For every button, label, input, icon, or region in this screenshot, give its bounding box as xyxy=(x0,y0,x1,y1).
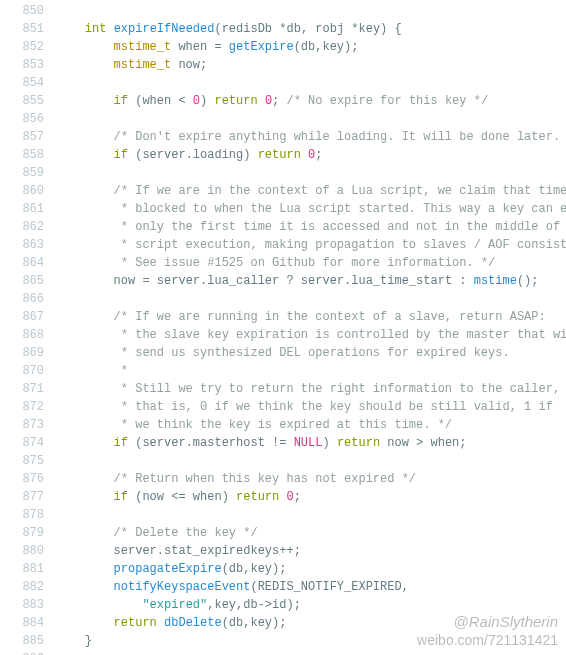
line-source: * we think the key is expired at this ti… xyxy=(56,416,566,434)
line-number: 851 xyxy=(0,20,56,38)
line-number: 863 xyxy=(0,236,56,254)
line-number: 880 xyxy=(0,542,56,560)
code-line: 884 return dbDelete(db,key); xyxy=(0,614,566,632)
code-line: 882 notifyKeyspaceEvent(REDIS_NOTIFY_EXP… xyxy=(0,578,566,596)
line-source: server.stat_expiredkeys++; xyxy=(56,542,566,560)
code-line: 856 xyxy=(0,110,566,128)
line-number: 877 xyxy=(0,488,56,506)
code-line: 870 * xyxy=(0,362,566,380)
line-number: 850 xyxy=(0,2,56,20)
line-number: 865 xyxy=(0,272,56,290)
code-line: 859 xyxy=(0,164,566,182)
code-line: 867 /* If we are running in the context … xyxy=(0,308,566,326)
line-number: 868 xyxy=(0,326,56,344)
code-line: 872 * that is, 0 if we think the key sho… xyxy=(0,398,566,416)
code-line: 883 "expired",key,db->id); xyxy=(0,596,566,614)
line-number: 870 xyxy=(0,362,56,380)
line-source xyxy=(56,290,566,308)
line-source: return dbDelete(db,key); xyxy=(56,614,566,632)
code-line: 879 /* Delete the key */ xyxy=(0,524,566,542)
line-number: 881 xyxy=(0,560,56,578)
line-source xyxy=(56,110,566,128)
line-source: * Still we try to return the right infor… xyxy=(56,380,566,398)
line-number: 872 xyxy=(0,398,56,416)
line-number: 855 xyxy=(0,92,56,110)
line-source: if (when < 0) return 0; /* No expire for… xyxy=(56,92,566,110)
line-number: 879 xyxy=(0,524,56,542)
code-line: 851 int expireIfNeeded(redisDb *db, robj… xyxy=(0,20,566,38)
line-number: 853 xyxy=(0,56,56,74)
line-source: mstime_t now; xyxy=(56,56,566,74)
line-number: 883 xyxy=(0,596,56,614)
line-source: * xyxy=(56,362,566,380)
line-source: propagateExpire(db,key); xyxy=(56,560,566,578)
line-number: 860 xyxy=(0,182,56,200)
line-number: 884 xyxy=(0,614,56,632)
line-source: /* Don't expire anything while loading. … xyxy=(56,128,566,146)
code-line: 874 if (server.masterhost != NULL) retur… xyxy=(0,434,566,452)
code-line: 857 /* Don't expire anything while loadi… xyxy=(0,128,566,146)
line-number: 856 xyxy=(0,110,56,128)
code-line: 881 propagateExpire(db,key); xyxy=(0,560,566,578)
line-source: * the slave key expiration is controlled… xyxy=(56,326,566,344)
line-number: 858 xyxy=(0,146,56,164)
line-source: if (server.loading) return 0; xyxy=(56,146,566,164)
line-source: * that is, 0 if we think the key should … xyxy=(56,398,566,416)
line-number: 886 xyxy=(0,650,56,655)
line-source xyxy=(56,506,566,524)
code-line: 880 server.stat_expiredkeys++; xyxy=(0,542,566,560)
line-number: 873 xyxy=(0,416,56,434)
code-line: 863 * script execution, making propagati… xyxy=(0,236,566,254)
code-line: 853 mstime_t now; xyxy=(0,56,566,74)
code-line: 876 /* Return when this key has not expi… xyxy=(0,470,566,488)
code-line: 866 xyxy=(0,290,566,308)
line-source xyxy=(56,2,566,20)
line-source: if (server.masterhost != NULL) return no… xyxy=(56,434,566,452)
code-line: 861 * blocked to when the Lua script sta… xyxy=(0,200,566,218)
line-number: 882 xyxy=(0,578,56,596)
line-source: if (now <= when) return 0; xyxy=(56,488,566,506)
line-source: /* If we are running in the context of a… xyxy=(56,308,566,326)
line-number: 862 xyxy=(0,218,56,236)
code-line: 868 * the slave key expiration is contro… xyxy=(0,326,566,344)
line-source xyxy=(56,74,566,92)
line-source: int expireIfNeeded(redisDb *db, robj *ke… xyxy=(56,20,566,38)
code-line: 878 xyxy=(0,506,566,524)
line-source xyxy=(56,452,566,470)
code-line: 877 if (now <= when) return 0; xyxy=(0,488,566,506)
line-number: 871 xyxy=(0,380,56,398)
line-number: 878 xyxy=(0,506,56,524)
line-number: 857 xyxy=(0,128,56,146)
line-number: 869 xyxy=(0,344,56,362)
code-block: 850851 int expireIfNeeded(redisDb *db, r… xyxy=(0,0,566,655)
line-number: 864 xyxy=(0,254,56,272)
code-line: 860 /* If we are in the context of a Lua… xyxy=(0,182,566,200)
line-source: * See issue #1525 on Github for more inf… xyxy=(56,254,566,272)
line-number: 859 xyxy=(0,164,56,182)
line-source: /* If we are in the context of a Lua scr… xyxy=(56,182,566,200)
code-line: 864 * See issue #1525 on Github for more… xyxy=(0,254,566,272)
line-source: * blocked to when the Lua script started… xyxy=(56,200,566,218)
line-source: now = server.lua_caller ? server.lua_tim… xyxy=(56,272,566,290)
line-number: 885 xyxy=(0,632,56,650)
line-source: "expired",key,db->id); xyxy=(56,596,566,614)
line-number: 854 xyxy=(0,74,56,92)
code-line: 875 xyxy=(0,452,566,470)
line-source xyxy=(56,650,566,655)
line-source: * send us synthesized DEL operations for… xyxy=(56,344,566,362)
line-number: 861 xyxy=(0,200,56,218)
code-line: 873 * we think the key is expired at thi… xyxy=(0,416,566,434)
code-line: 886 xyxy=(0,650,566,655)
line-source: mstime_t when = getExpire(db,key); xyxy=(56,38,566,56)
code-line: 865 now = server.lua_caller ? server.lua… xyxy=(0,272,566,290)
code-line: 852 mstime_t when = getExpire(db,key); xyxy=(0,38,566,56)
code-line: 869 * send us synthesized DEL operations… xyxy=(0,344,566,362)
code-line: 855 if (when < 0) return 0; /* No expire… xyxy=(0,92,566,110)
line-source: * script execution, making propagation t… xyxy=(56,236,566,254)
line-number: 874 xyxy=(0,434,56,452)
code-line: 850 xyxy=(0,2,566,20)
code-line: 885 } xyxy=(0,632,566,650)
code-line: 871 * Still we try to return the right i… xyxy=(0,380,566,398)
line-number: 867 xyxy=(0,308,56,326)
line-source: notifyKeyspaceEvent(REDIS_NOTIFY_EXPIRED… xyxy=(56,578,566,596)
